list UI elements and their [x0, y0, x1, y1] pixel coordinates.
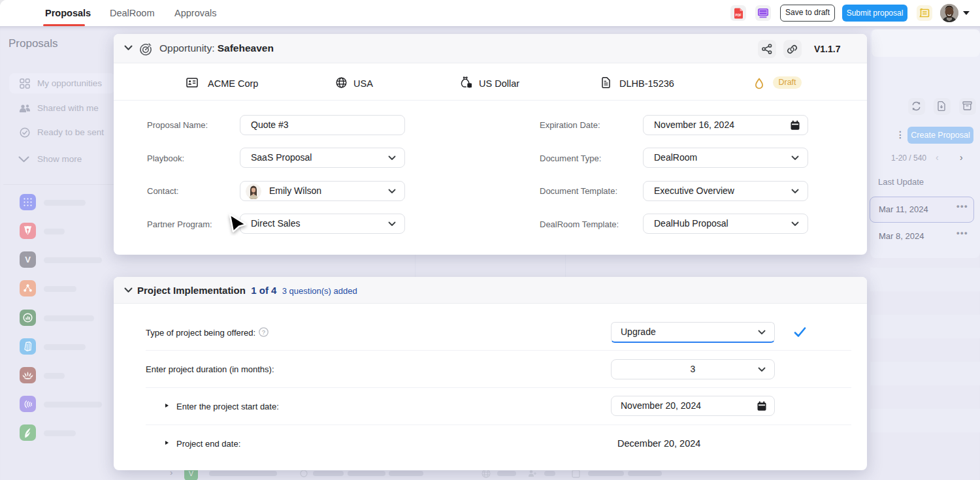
svg-text:PDF: PDF [736, 14, 742, 17]
svg-text:?: ? [262, 328, 265, 336]
